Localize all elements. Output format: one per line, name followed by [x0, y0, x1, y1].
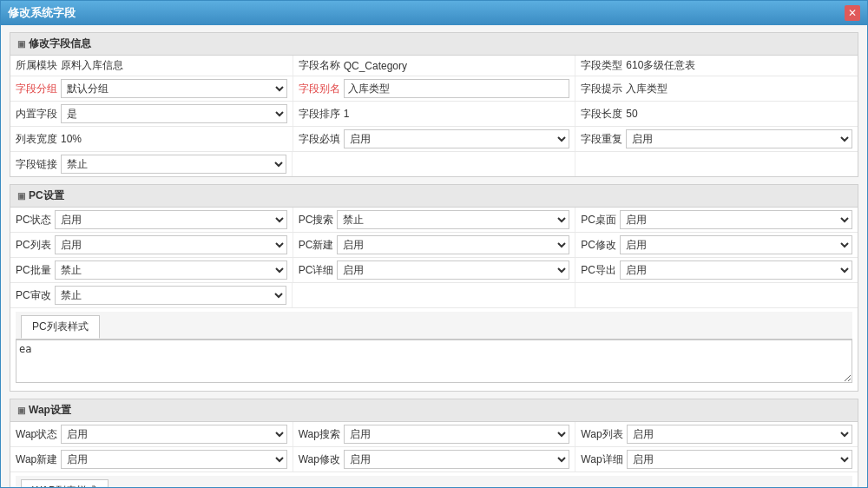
- wap-search-label: Wap搜索: [299, 427, 340, 442]
- field-row-1: 所属模块 原料入库信息 字段名称 QC_Category 字段类型 610多级任…: [10, 56, 858, 76]
- field-duplicate-cell: 字段重复 启用: [575, 127, 858, 151]
- list-width-cell: 列表宽度 10%: [10, 127, 293, 151]
- close-button[interactable]: ✕: [845, 5, 860, 21]
- field-order-value: 1: [344, 108, 350, 120]
- builtin-field-label: 内置字段: [16, 107, 57, 122]
- pc-list-select[interactable]: 启用: [55, 235, 287, 254]
- wap-create-cell: Wap新建 启用: [10, 447, 293, 472]
- field-row-5: 字段链接 禁止: [10, 152, 858, 176]
- wap-list-style-tab[interactable]: WAP列表样式: [21, 479, 108, 487]
- field-order-cell: 字段排序 1: [293, 102, 576, 126]
- pc-export-select[interactable]: 启用: [620, 260, 852, 280]
- field-info-section: ▣ 修改字段信息 所属模块 原料入库信息 字段名称 QC_Category 字段…: [10, 32, 858, 177]
- builtin-field-select[interactable]: 是: [61, 104, 287, 123]
- pc-tab-bar: PC列表样式: [16, 312, 852, 340]
- pc-desktop-label: PC桌面: [581, 213, 616, 228]
- list-width-label: 列表宽度: [16, 132, 57, 147]
- wap-search-select[interactable]: 启用: [344, 425, 569, 444]
- wap-status-select[interactable]: 启用: [61, 425, 286, 444]
- wap-edit-cell: Wap修改 启用: [293, 447, 576, 472]
- pc-status-select[interactable]: 启用: [55, 210, 287, 229]
- field-group-select[interactable]: 默认分组: [61, 79, 287, 98]
- pc-list-style-tab[interactable]: PC列表样式: [21, 315, 100, 339]
- field-type-cell: 字段类型 610多级任意表: [575, 56, 858, 76]
- pc-export-label: PC导出: [581, 263, 616, 278]
- pc-style-textarea[interactable]: ea: [16, 340, 852, 383]
- wap-detail-label: Wap详细: [581, 452, 622, 467]
- wap-style-area: WAP列表样式: [10, 472, 858, 487]
- pc-desktop-cell: PC桌面 启用: [575, 208, 858, 232]
- field-type-value: 610多级任意表: [626, 58, 695, 73]
- field-alias-input[interactable]: [344, 79, 570, 98]
- field-link-select[interactable]: 禁止: [61, 155, 286, 174]
- field-module-cell: 所属模块 原料入库信息: [10, 56, 293, 76]
- pc-review-label: PC审改: [16, 288, 51, 303]
- field-length-value: 50: [626, 108, 637, 120]
- pc-status-cell: PC状态 启用: [10, 208, 293, 232]
- wap-list-label: Wap列表: [581, 427, 622, 442]
- field-order-label: 字段排序: [299, 107, 340, 122]
- field-required-cell: 字段必填 启用: [293, 127, 576, 151]
- pc-review-cell: PC审改 禁止: [10, 283, 293, 307]
- pc-review-select[interactable]: 禁止: [55, 286, 287, 305]
- pc-row-1: PC状态 启用 PC搜索 禁止 PC桌面 启用: [10, 208, 858, 233]
- section-icon: ▣: [17, 39, 25, 49]
- builtin-field-cell: 内置字段 是: [10, 102, 293, 126]
- field-alias-label: 字段别名: [299, 82, 340, 96]
- field-module-label: 所属模块: [16, 58, 57, 73]
- wap-settings-header: ▣ Wap设置: [10, 399, 858, 422]
- pc-detail-select[interactable]: 启用: [337, 260, 569, 280]
- field-info-header: ▣ 修改字段信息: [10, 33, 858, 56]
- pc-edit-select[interactable]: 启用: [620, 235, 852, 254]
- pc-desktop-select[interactable]: 启用: [620, 210, 852, 229]
- modal-title: 修改系统字段: [8, 5, 76, 21]
- modal-titlebar: 修改系统字段 ✕: [1, 1, 867, 25]
- field-hint-label: 字段提示: [581, 82, 622, 96]
- wap-status-label: Wap状态: [16, 427, 57, 442]
- field-required-select[interactable]: 启用: [344, 129, 570, 148]
- pc-search-cell: PC搜索 禁止: [293, 208, 576, 232]
- field-row-4: 列表宽度 10% 字段必填 启用 字段重复 启用: [10, 127, 858, 152]
- list-width-value: 10%: [61, 133, 82, 145]
- field-module-value: 原料入库信息: [61, 58, 123, 73]
- wap-edit-select[interactable]: 启用: [344, 450, 569, 469]
- pc-row-2: PC列表 启用 PC新建 启用 PC修改 启用: [10, 233, 858, 258]
- field-group-cell: 字段分组 默认分组: [10, 76, 293, 101]
- wap-create-select[interactable]: 启用: [61, 450, 286, 469]
- pc-search-label: PC搜索: [299, 213, 334, 228]
- wap-detail-cell: Wap详细 启用: [575, 447, 858, 472]
- modal-dialog: 修改系统字段 ✕ ▣ 修改字段信息 所属模块 原料入库信息 字段名称 QC_Ca…: [0, 0, 868, 488]
- pc-style-area: PC列表样式 ea: [10, 308, 858, 391]
- pc-create-cell: PC新建 启用: [293, 233, 576, 257]
- pc-list-cell: PC列表 启用: [10, 233, 293, 257]
- field-required-label: 字段必填: [299, 132, 340, 147]
- pc-settings-header: ▣ PC设置: [10, 185, 858, 208]
- field-link-cell: 字段链接 禁止: [10, 152, 293, 176]
- field-duplicate-select[interactable]: 启用: [626, 129, 852, 148]
- wap-list-cell: Wap列表 启用: [575, 422, 858, 446]
- pc-create-label: PC新建: [299, 238, 334, 253]
- pc-batch-label: PC批量: [16, 263, 51, 278]
- field-length-cell: 字段长度 50: [575, 102, 858, 126]
- pc-empty-1: [293, 283, 575, 307]
- pc-section-icon: ▣: [17, 191, 25, 201]
- field-name-cell: 字段名称 QC_Category: [293, 56, 576, 76]
- pc-search-select[interactable]: 禁止: [337, 210, 569, 229]
- field-hint-cell: 字段提示 入库类型: [575, 76, 858, 101]
- field-alias-cell: 字段别名: [293, 76, 576, 101]
- wap-status-cell: Wap状态 启用: [10, 422, 293, 446]
- wap-detail-select[interactable]: 启用: [627, 450, 852, 469]
- pc-row-4: PC审改 禁止: [10, 283, 858, 308]
- pc-edit-label: PC修改: [581, 238, 616, 253]
- pc-create-select[interactable]: 启用: [337, 235, 569, 254]
- field-name-value: QC_Category: [344, 60, 407, 72]
- pc-detail-cell: PC详细 启用: [293, 258, 576, 282]
- empty-cell-2: [575, 152, 858, 176]
- wap-section-icon: ▣: [17, 406, 25, 415]
- field-length-label: 字段长度: [581, 107, 622, 122]
- pc-batch-select[interactable]: 禁止: [55, 260, 287, 280]
- wap-list-select[interactable]: 启用: [627, 425, 852, 444]
- pc-batch-cell: PC批量 禁止: [10, 258, 293, 282]
- field-hint-value: 入库类型: [626, 82, 667, 96]
- wap-edit-label: Wap修改: [299, 452, 340, 467]
